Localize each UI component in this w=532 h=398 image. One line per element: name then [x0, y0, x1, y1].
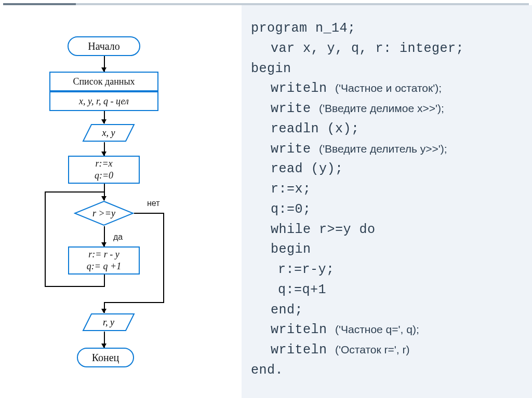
code-line: readln (x);: [251, 119, 523, 140]
code-line: writeln ('Частное и остаток');: [251, 79, 523, 99]
flowchart-process-loop: r:= r - y q:= q +1: [68, 246, 140, 275]
flowchart-process-init: r:=x q:=0: [68, 156, 140, 184]
flowchart-start-label: Начало: [88, 40, 120, 52]
flowchart-process-loop-l2: q:= q +1: [87, 260, 121, 272]
code-line: end.: [251, 361, 523, 381]
code-line: writeln ('Частное q=', q);: [251, 320, 523, 340]
flowchart-input-label: x, y: [82, 123, 135, 142]
code-line: end;: [251, 300, 523, 321]
flowchart-end-label: Конец: [92, 352, 119, 364]
flowchart-start: Начало: [68, 36, 140, 56]
flowchart-decision: r >=y: [74, 200, 134, 226]
flowchart-data-header: Список данных: [49, 72, 158, 91]
flowchart-process-init-l1: r:=x: [95, 158, 112, 170]
flowchart-label-no: нет: [147, 199, 160, 208]
code-line: write ('Введите делимое x>>');: [251, 99, 523, 119]
code-line: writeln ('Остаток r=', r): [251, 340, 523, 361]
code-line: while r>=y do: [251, 220, 523, 240]
flowchart-label-yes: да: [113, 232, 123, 242]
code-line: begin: [251, 240, 523, 260]
code-line: r:=x;: [251, 180, 523, 200]
flowchart-process-init-l2: q:=0: [95, 170, 113, 182]
code-line: read (y);: [251, 159, 523, 180]
flowchart-data-header-label: Список данных: [73, 76, 135, 87]
code-line: r:=r-y;: [251, 260, 523, 280]
code-line: begin: [251, 59, 523, 79]
flowchart-input: x, y: [82, 123, 135, 142]
code-line: write ('Введите делитель y>>');: [251, 140, 523, 160]
code-line: var x, y, q, r: integer;: [251, 39, 523, 59]
flowchart-panel: Начало Список данных x, y, r, q - цел x,…: [0, 5, 242, 398]
code-line: q:=0;: [251, 200, 523, 220]
code-panel: program n_14; var x, y, q, r: integer; b…: [242, 5, 532, 398]
page-container: Начало Список данных x, y, r, q - цел x,…: [0, 0, 532, 398]
flowchart-decision-label: r >=y: [74, 200, 134, 226]
flowchart-output-label: r, y: [82, 313, 135, 332]
flowchart-data-vars: x, y, r, q - цел: [49, 91, 158, 111]
flowchart-output: r, y: [82, 313, 135, 332]
code-line: q:=q+1: [251, 280, 523, 300]
flowchart-process-loop-l1: r:= r - y: [88, 249, 119, 260]
flowchart-data-vars-label: x, y, r, q - цел: [79, 96, 129, 107]
flowchart-end: Конец: [77, 348, 134, 367]
code-line: program n_14;: [251, 19, 523, 39]
